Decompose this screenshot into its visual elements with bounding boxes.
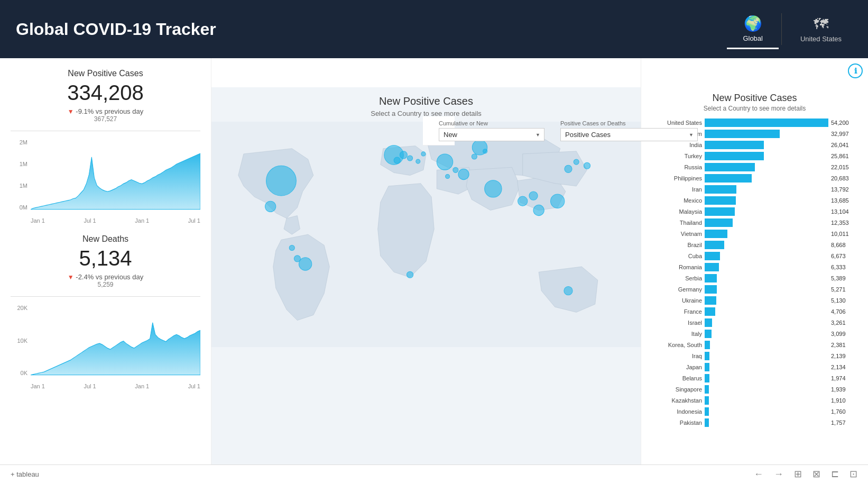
deaths-value: 5,134 [11,247,200,270]
footer-nav[interactable]: ← → ⊞ ⊠ ⊏ ⊡ [754,468,857,480]
table-row[interactable]: Korea, South 2,381 [649,341,860,349]
tableau-footer: + tableau ← → ⊞ ⊠ ⊏ ⊡ [0,464,868,483]
cumulative-or-new-select[interactable]: New Cumulative [439,128,544,141]
table-row[interactable]: Serbia 5,389 [649,274,860,282]
bar-value: 1,939 [831,386,860,393]
control-group-2: Positive Cases or Deaths Positive Cases … [560,120,698,141]
deaths-y-labels: 20K 10K 0K [11,305,29,376]
table-row[interactable]: Germany 5,271 [649,285,860,294]
bar-outer [705,163,828,171]
svg-point-15 [407,156,412,161]
bar-value: 10,011 [831,231,860,237]
table-row[interactable]: Israel 3,261 [649,318,860,327]
deaths-title: New Deaths [11,234,200,244]
footer-grid-button[interactable]: ⊞ [794,468,802,480]
bar-outer [705,407,828,416]
left-panel: New Positive Cases 334,208 ▼ -9.1% vs pr… [0,58,211,483]
bar-fill [705,174,752,183]
nav-united-states[interactable]: 🗺 United States [784,10,857,48]
footer-share-button[interactable]: ⊠ [812,468,820,480]
bar-country-label: Italy [649,331,702,337]
bar-outer [705,418,828,427]
header-nav: 🌍 Global 🗺 United States [727,0,857,58]
bar-outer [705,330,828,338]
svg-point-26 [407,271,413,278]
cases-value: 334,208 [11,81,200,105]
table-row[interactable]: Russia 22,015 [649,163,860,171]
nav-global[interactable]: 🌍 Global [727,10,779,49]
dropdown1-label: Cumulative or New [439,120,544,126]
table-row[interactable]: Romania 6,333 [649,263,860,271]
cases-change-arrow: ▼ [68,108,74,115]
table-row[interactable]: France 4,706 [649,307,860,316]
bar-value: 5,271 [831,286,860,293]
table-row[interactable]: Singapore 1,939 [649,385,860,394]
dropdown1-wrapper[interactable]: New Cumulative [439,128,544,141]
table-row[interactable]: Vietnam 10,011 [649,230,860,238]
table-row[interactable]: Pakistan 1,757 [649,418,860,427]
table-row[interactable]: Ukraine 5,130 [649,296,860,305]
bar-value: 25,861 [831,153,860,159]
map-title: New Positive Cases [211,95,641,107]
svg-point-18 [453,167,458,172]
bar-outer [705,207,828,216]
svg-point-8 [299,258,311,270]
svg-point-10 [533,205,544,215]
table-row[interactable]: India 26,041 [649,141,860,149]
bar-outer [705,152,828,160]
bar-outer [705,285,828,294]
cases-x-labels: Jan 1 Jul 1 Jan 1 Jul 1 [31,217,200,224]
bar-value: 2,381 [831,342,860,348]
footer-back-button[interactable]: ← [754,469,763,480]
bar-value: 32,997 [831,131,860,137]
footer-forward-button[interactable]: → [774,469,783,480]
bar-value: 5,130 [831,297,860,304]
svg-point-7 [458,169,469,179]
table-row[interactable]: Japan 2,134 [649,363,860,371]
cases-previous: 367,527 [11,115,200,123]
bar-country-label: Germany [649,286,702,293]
bar-value: 6,333 [831,264,860,270]
tableau-logo: + tableau [11,470,39,478]
cases-change-text: -9.1% vs previous day [76,107,143,115]
center-panel: Cumulative or New New Cumulative Positiv… [211,58,641,483]
table-row[interactable]: Cuba 6,673 [649,252,860,260]
bar-rows-container: United States 54,200 United Kingdom 32,9… [649,119,860,427]
table-row[interactable]: Brazil 8,668 [649,241,860,249]
footer-fullscreen-button[interactable]: ⊡ [849,468,857,480]
bar-fill [705,185,736,194]
svg-point-28 [584,162,590,169]
bar-fill [705,274,717,282]
table-row[interactable]: Thailand 12,353 [649,218,860,227]
dropdown2-wrapper[interactable]: Positive Cases Deaths [560,128,698,141]
table-row[interactable]: Malaysia 13,104 [649,207,860,216]
cases-chart: 2M 1M 1M 0M Jan 1 [11,139,200,224]
cases-metric-block: New Positive Cases 334,208 ▼ -9.1% vs pr… [11,69,200,131]
main-content: New Positive Cases 334,208 ▼ -9.1% vs pr… [0,58,868,483]
table-row[interactable]: Belarus 1,974 [649,374,860,382]
header: Global COVID-19 Tracker 🌍 Global 🗺 Unite… [0,0,868,58]
cases-or-deaths-select[interactable]: Positive Cases Deaths [560,128,698,141]
table-row[interactable]: Mexico 13,685 [649,196,860,205]
bar-outer [705,230,828,238]
bar-outer [705,385,828,394]
table-row[interactable]: Kazakhstan 1,910 [649,396,860,405]
table-row[interactable]: Indonesia 1,760 [649,407,860,416]
bar-country-label: Pakistan [649,420,702,426]
bar-outer [705,141,828,149]
info-button[interactable]: ℹ [848,63,863,78]
bar-country-label: Philippines [649,175,702,181]
bar-country-label: Turkey [649,153,702,159]
bar-outer [705,218,828,227]
footer-menu-button[interactable]: ⊏ [831,468,839,480]
svg-point-4 [437,154,453,170]
svg-point-11 [518,196,528,206]
table-row[interactable]: Philippines 20,683 [649,174,860,183]
table-row[interactable]: Turkey 25,861 [649,152,860,160]
table-row[interactable]: Italy 3,099 [649,330,860,338]
map-container[interactable]: New Positive Cases Select a Country to s… [211,87,641,483]
bar-chart-panel[interactable]: New Positive Cases Select a Country to s… [641,87,868,483]
table-row[interactable]: Iran 13,792 [649,185,860,194]
table-row[interactable]: Iraq 2,139 [649,352,860,360]
bar-fill [705,396,709,405]
